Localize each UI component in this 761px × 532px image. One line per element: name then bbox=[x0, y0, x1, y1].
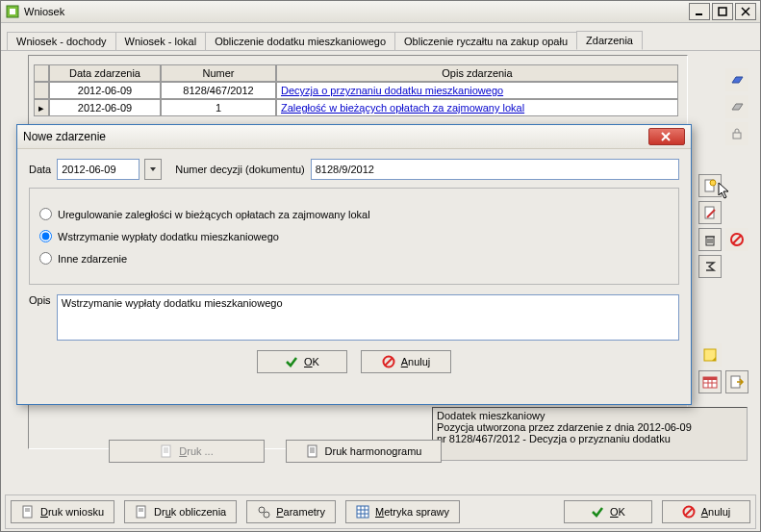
forbidden-icon[interactable] bbox=[725, 228, 748, 251]
close-button[interactable] bbox=[735, 3, 756, 20]
modal-nowe-zdarzenie: Nowe zdarzenie Data Numer decyzji (dokum… bbox=[16, 124, 692, 405]
edit-page-icon[interactable] bbox=[698, 201, 722, 224]
svg-rect-37 bbox=[23, 506, 32, 518]
gears-icon bbox=[257, 505, 270, 519]
svg-rect-8 bbox=[733, 133, 741, 139]
cell-desc-link[interactable]: Zaległość w bieżących opłatach za zajmow… bbox=[276, 99, 678, 116]
svg-rect-45 bbox=[357, 506, 368, 518]
new-page-icon[interactable] bbox=[698, 174, 722, 197]
radio-label: Uregulowanie zaległości w bieżących opła… bbox=[58, 209, 370, 220]
svg-line-55 bbox=[385, 358, 393, 366]
detail-box: Dodatek mieszkaniowy Pozycja utworzona p… bbox=[432, 407, 748, 461]
svg-line-51 bbox=[685, 508, 693, 516]
svg-rect-23 bbox=[703, 377, 717, 380]
metryka-sprawy-button[interactable]: Metryka sprawy bbox=[345, 500, 460, 523]
date-input[interactable] bbox=[57, 159, 140, 180]
numer-input[interactable] bbox=[311, 159, 679, 180]
modal-title: Nowe zdarzenie bbox=[23, 130, 648, 143]
col-num[interactable]: Numer bbox=[161, 64, 276, 82]
check-icon bbox=[591, 505, 604, 519]
label-data: Data bbox=[29, 164, 51, 175]
label-numer: Numer decyzji (dokumentu) bbox=[175, 164, 305, 175]
cell-date: 2012-06-09 bbox=[49, 99, 161, 116]
svg-rect-29 bbox=[162, 445, 170, 457]
calendar-icon[interactable] bbox=[698, 370, 722, 393]
bottom-bar: Druk wniosku Druk obliczenia Parametry M… bbox=[1, 491, 760, 531]
opis-textarea[interactable] bbox=[57, 294, 679, 341]
druk-button[interactable]: Druk ... bbox=[109, 440, 265, 463]
druk-harm-label: Druk harmonogramu bbox=[325, 445, 422, 457]
events-table: Data zdarzenia Numer Opis zdarzenia 2012… bbox=[34, 64, 678, 116]
cell-num: 1 bbox=[161, 99, 276, 116]
tab-zdarzenia[interactable]: Zdarzenia bbox=[576, 31, 643, 50]
anuluj-button[interactable]: Anuluj bbox=[662, 500, 750, 523]
sigma-icon[interactable] bbox=[698, 255, 722, 278]
row-marker bbox=[34, 82, 49, 99]
druk-obliczenia-button[interactable]: Druk obliczenia bbox=[124, 500, 237, 523]
col-date[interactable]: Data zdarzenia bbox=[49, 64, 161, 82]
maximize-button[interactable] bbox=[712, 3, 733, 20]
svg-rect-33 bbox=[308, 445, 317, 457]
check-icon bbox=[285, 355, 298, 368]
forbidden-icon bbox=[682, 505, 696, 519]
tab-obliczenie-dodatku[interactable]: Obliczenie dodatku mieszkaniowego bbox=[205, 32, 395, 50]
row-marker-header bbox=[34, 64, 49, 82]
parametry-button[interactable]: Parametry bbox=[246, 500, 336, 523]
cell-num: 8128/467/2012 bbox=[161, 82, 276, 99]
tab-dochody[interactable]: Wniosek - dochody bbox=[7, 32, 116, 50]
ok-button[interactable]: OK bbox=[564, 500, 652, 523]
date-dropdown-button[interactable] bbox=[144, 159, 162, 180]
trash-icon[interactable] bbox=[698, 228, 722, 251]
eraser-blue-icon[interactable] bbox=[725, 68, 748, 91]
cell-date: 2012-06-09 bbox=[49, 82, 161, 99]
radio-option-2[interactable]: Wstrzymanie wypłaty dodatku mieszkaniowe… bbox=[39, 230, 669, 242]
tab-bar: Wniosek - dochody Wniosek - lokal Oblicz… bbox=[1, 23, 760, 51]
svg-rect-40 bbox=[137, 506, 145, 518]
label-opis: Opis bbox=[29, 294, 51, 306]
modal-ok-button[interactable]: OK bbox=[257, 350, 347, 373]
event-type-group: Uregulowanie zaległości w bieżących opła… bbox=[29, 188, 679, 285]
document-icon bbox=[306, 444, 319, 458]
row-marker: ▸ bbox=[34, 99, 49, 116]
radio-label: Inne zdarzenie bbox=[58, 253, 127, 265]
grid-icon bbox=[356, 505, 369, 519]
detail-line: Dodatek mieszkaniowy bbox=[437, 410, 743, 421]
table-row[interactable]: 2012-06-09 8128/467/2012 Decyzja o przyz… bbox=[34, 82, 678, 99]
radio-option-1[interactable]: Uregulowanie zaległości w bieżących opła… bbox=[39, 208, 669, 220]
export-icon[interactable] bbox=[725, 370, 748, 393]
document-icon bbox=[135, 505, 148, 519]
minimize-button[interactable] bbox=[689, 3, 710, 20]
side-toolbar-bottom bbox=[698, 343, 748, 393]
window-title: Wniosek bbox=[24, 6, 687, 17]
lock-icon[interactable] bbox=[725, 122, 748, 145]
radio-label: Wstrzymanie wypłaty dodatku mieszkaniowe… bbox=[58, 231, 279, 242]
cell-desc-link[interactable]: Decyzja o przyznaniu dodatku mieszkaniow… bbox=[276, 82, 678, 99]
side-toolbar-top bbox=[725, 68, 748, 145]
app-icon bbox=[5, 4, 20, 19]
modal-anuluj-button[interactable]: Anuluj bbox=[361, 350, 451, 373]
tab-obliczenie-ryczaltu[interactable]: Obliczenie ryczałtu na zakup opału bbox=[394, 32, 577, 50]
svg-rect-3 bbox=[719, 8, 726, 15]
titlebar: Wniosek bbox=[1, 1, 760, 23]
eraser-gray-icon[interactable] bbox=[725, 95, 748, 118]
side-toolbar-mid bbox=[698, 174, 748, 278]
chevron-down-icon bbox=[149, 165, 157, 173]
svg-marker-6 bbox=[732, 77, 743, 83]
svg-point-10 bbox=[710, 180, 716, 186]
druk-harmonogramu-button[interactable]: Druk harmonogramu bbox=[286, 440, 442, 463]
svg-marker-7 bbox=[732, 104, 743, 110]
svg-point-44 bbox=[264, 512, 269, 518]
tab-lokal[interactable]: Wniosek - lokal bbox=[115, 32, 207, 50]
svg-rect-1 bbox=[10, 9, 15, 14]
note-yellow-icon[interactable] bbox=[698, 343, 722, 367]
druk-wniosku-button[interactable]: Druk wniosku bbox=[11, 500, 114, 523]
druk-label: ruk ... bbox=[187, 445, 214, 457]
radio-option-3[interactable]: Inne zdarzenie bbox=[39, 252, 669, 265]
svg-line-19 bbox=[733, 236, 741, 243]
col-desc[interactable]: Opis zdarzenia bbox=[276, 64, 678, 82]
detail-line: Pozycja utworzona przez zdarzenie z dnia… bbox=[437, 421, 743, 433]
modal-close-button[interactable] bbox=[648, 128, 685, 145]
table-row[interactable]: ▸ 2012-06-09 1 Zaległość w bieżących opł… bbox=[34, 99, 678, 116]
forbidden-icon bbox=[382, 355, 395, 368]
detail-line: nr 8128/467/2012 - Decyzja o przyznaniu … bbox=[437, 433, 743, 444]
